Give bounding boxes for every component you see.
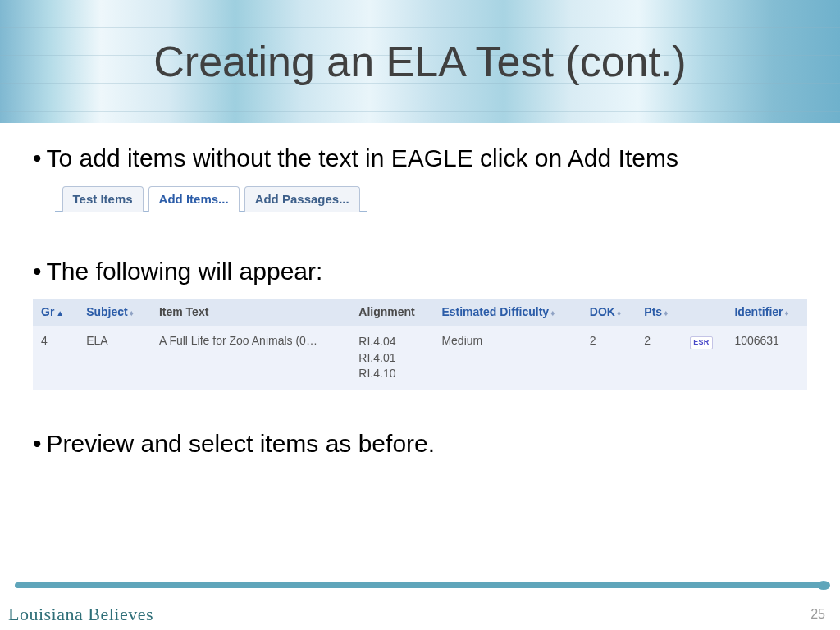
bullet-3: • Preview and select items as before. xyxy=(33,428,807,459)
bullet-dot-icon: • xyxy=(33,428,42,459)
page-number: 25 xyxy=(810,607,825,622)
slide-footer: Louisiana Believes 25 xyxy=(0,574,840,630)
col-pts[interactable]: Pts♦ xyxy=(636,299,682,326)
slide-body: • To add items without the text in EAGLE… xyxy=(0,123,840,459)
cell-dok: 2 xyxy=(582,326,637,390)
tab-strip: Test Items Add Items... Add Passages... xyxy=(55,183,368,212)
col-est-diff[interactable]: Estimated Difficulty♦ xyxy=(433,299,581,326)
cell-item-text: A Full Life for Zoo Animals (0… xyxy=(151,326,350,390)
bullet-1-text: To add items without the text in EAGLE c… xyxy=(47,143,807,212)
sort-icon: ♦ xyxy=(550,308,555,317)
sort-icon: ♦ xyxy=(664,308,668,317)
cell-gr: 4 xyxy=(33,326,78,390)
cell-identifier: 1006631 xyxy=(726,326,807,390)
cell-est-diff: Medium xyxy=(433,326,581,390)
col-item-text[interactable]: Item Text xyxy=(151,299,350,326)
slide-title: Creating an ELA Test (cont.) xyxy=(0,0,840,123)
tab-add-items[interactable]: Add Items... xyxy=(148,186,240,212)
bullet-3-content: Preview and select items as before. xyxy=(47,428,436,459)
cell-subject: ELA xyxy=(78,326,151,390)
bullet-dot-icon: • xyxy=(33,256,42,287)
footer-brand: Louisiana Believes xyxy=(8,604,153,625)
slide-header: Creating an ELA Test (cont.) xyxy=(0,0,840,123)
bullet-dot-icon: • xyxy=(33,143,42,212)
tab-test-items[interactable]: Test Items xyxy=(62,186,144,212)
sort-asc-icon: ▲ xyxy=(56,308,64,317)
sort-icon: ♦ xyxy=(130,308,134,317)
col-badge xyxy=(682,299,726,326)
bullet-2: • The following will appear: xyxy=(33,256,807,287)
col-subject[interactable]: Subject♦ xyxy=(78,299,151,326)
col-gr[interactable]: Gr▲ xyxy=(33,299,78,326)
cell-badge: ESR xyxy=(682,326,726,390)
cell-alignment: RI.4.04 RI.4.01 RI.4.10 xyxy=(350,326,433,390)
sort-icon: ♦ xyxy=(785,308,789,317)
bullet-1-content: To add items without the text in EAGLE c… xyxy=(47,144,678,171)
col-alignment[interactable]: Alignment xyxy=(350,299,433,326)
table-row[interactable]: 4 ELA A Full Life for Zoo Animals (0… RI… xyxy=(33,326,807,390)
cell-pts: 2 xyxy=(636,326,682,390)
items-table: Gr▲ Subject♦ Item Text Alignment Estimat… xyxy=(33,299,807,390)
footer-rule xyxy=(15,582,825,588)
tab-add-passages[interactable]: Add Passages... xyxy=(244,186,360,212)
sort-icon: ♦ xyxy=(617,308,621,317)
col-identifier[interactable]: Identifier♦ xyxy=(726,299,807,326)
table-header-row: Gr▲ Subject♦ Item Text Alignment Estimat… xyxy=(33,299,807,326)
esr-badge-icon: ESR xyxy=(690,336,712,349)
bullet-2-content: The following will appear: xyxy=(47,256,323,287)
bullet-1: • To add items without the text in EAGLE… xyxy=(33,143,807,212)
col-dok[interactable]: DOK♦ xyxy=(582,299,637,326)
